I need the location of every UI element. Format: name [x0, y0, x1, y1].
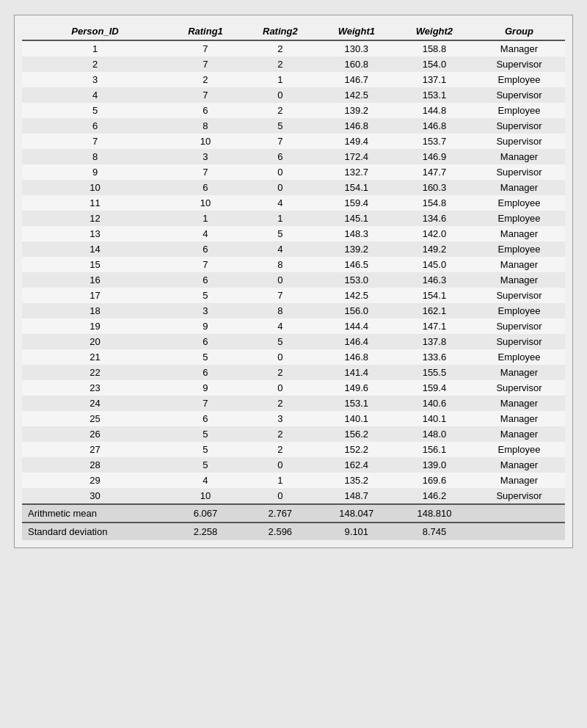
- table-cell: 2: [243, 365, 318, 380]
- table-cell: Manager: [473, 149, 565, 164]
- table-cell: 9: [168, 380, 243, 396]
- table-cell: 146.7: [318, 72, 395, 87]
- table-row: 321146.7137.1Employee: [22, 72, 565, 87]
- table-cell: 4: [168, 473, 243, 488]
- data-table: Person_IDRating1Rating2Weight1Weight2Gro…: [22, 23, 565, 540]
- table-cell: Supervisor: [473, 380, 565, 396]
- table-row: 2563140.1140.1Manager: [22, 411, 565, 426]
- table-cell: 8: [22, 149, 168, 164]
- table-cell: 4: [22, 87, 168, 103]
- footer-cell: 148.047: [318, 504, 395, 523]
- table-cell: 160.8: [318, 57, 395, 72]
- table-cell: 153.0: [318, 272, 395, 288]
- table-cell: Employee: [473, 241, 565, 257]
- footer-cell: 2.596: [243, 523, 318, 540]
- table-cell: Supervisor: [473, 87, 565, 103]
- table-cell: 6: [22, 118, 168, 134]
- table-cell: 2: [243, 57, 318, 72]
- table-cell: Employee: [473, 72, 565, 87]
- table-cell: Employee: [473, 103, 565, 118]
- table-cell: 154.8: [395, 195, 473, 211]
- column-header-person-id: Person_ID: [22, 23, 168, 40]
- table-cell: 6: [168, 334, 243, 349]
- table-row: 172130.3158.8Manager: [22, 40, 565, 57]
- table-cell: 137.1: [395, 72, 473, 87]
- table-cell: 137.8: [395, 334, 473, 349]
- table-cell: 3: [22, 72, 168, 87]
- table-cell: 6: [168, 241, 243, 257]
- table-cell: 146.3: [395, 272, 473, 288]
- table-cell: 4: [243, 195, 318, 211]
- table-cell: Employee: [473, 442, 565, 457]
- table-cell: 1: [243, 473, 318, 488]
- table-cell: 4: [243, 318, 318, 334]
- column-header-weight2: Weight2: [395, 23, 473, 40]
- column-header-rating2: Rating2: [243, 23, 318, 40]
- table-cell: 0: [243, 380, 318, 396]
- table-cell: 144.4: [318, 318, 395, 334]
- table-cell: 140.1: [395, 411, 473, 426]
- table-cell: 154.1: [318, 180, 395, 195]
- table-cell: 156.1: [395, 442, 473, 457]
- table-cell: 10: [168, 134, 243, 149]
- table-cell: 27: [22, 442, 168, 457]
- table-cell: 15: [22, 257, 168, 272]
- table-cell: 145.1: [318, 211, 395, 226]
- table-cell: Supervisor: [473, 57, 565, 72]
- table-cell: 9: [168, 318, 243, 334]
- table-cell: 2: [243, 442, 318, 457]
- table-cell: 0: [243, 180, 318, 195]
- table-row: 2941135.2169.6Manager: [22, 473, 565, 488]
- table-cell: 6: [243, 149, 318, 164]
- table-cell: 5: [168, 288, 243, 303]
- table-cell: Manager: [473, 40, 565, 57]
- table-cell: 172.4: [318, 149, 395, 164]
- table-row: 2472153.1140.6Manager: [22, 396, 565, 411]
- table-row: 1994144.4147.1Supervisor: [22, 318, 565, 334]
- table-cell: 145.0: [395, 257, 473, 272]
- table-cell: 2: [22, 57, 168, 72]
- table-cell: 7: [168, 396, 243, 411]
- table-cell: 12: [22, 211, 168, 226]
- table-cell: 5: [243, 118, 318, 134]
- table-cell: 156.0: [318, 303, 395, 318]
- table-cell: 135.2: [318, 473, 395, 488]
- table-cell: 26: [22, 426, 168, 442]
- table-cell: Manager: [473, 365, 565, 380]
- table-row: 1060154.1160.3Manager: [22, 180, 565, 195]
- table-cell: 8: [243, 303, 318, 318]
- footer-cell: [473, 523, 565, 540]
- table-cell: 159.4: [318, 195, 395, 211]
- column-header-group: Group: [473, 23, 565, 40]
- table-cell: 142.5: [318, 87, 395, 103]
- table-cell: 21: [22, 349, 168, 365]
- table-cell: 8: [168, 118, 243, 134]
- table-cell: 153.7: [395, 134, 473, 149]
- table-row: 1578146.5145.0Manager: [22, 257, 565, 272]
- table-cell: Supervisor: [473, 488, 565, 504]
- header-row: Person_IDRating1Rating2Weight1Weight2Gro…: [22, 23, 565, 40]
- table-cell: 148.7: [318, 488, 395, 504]
- table-cell: 5: [243, 226, 318, 241]
- table-cell: 144.8: [395, 103, 473, 118]
- table-cell: 9: [22, 164, 168, 180]
- footer-cell: [473, 504, 565, 523]
- table-cell: Manager: [473, 457, 565, 473]
- table-cell: Supervisor: [473, 164, 565, 180]
- table-row: 970132.7147.7Supervisor: [22, 164, 565, 180]
- table-cell: 18: [22, 303, 168, 318]
- table-cell: 4: [243, 241, 318, 257]
- footer-row: Standard deviation2.2582.5969.1018.745: [22, 523, 565, 540]
- table-cell: 7: [168, 57, 243, 72]
- table-cell: 7: [22, 134, 168, 149]
- table-cell: 154.1: [395, 288, 473, 303]
- table-cell: 0: [243, 457, 318, 473]
- table-cell: 1: [22, 40, 168, 57]
- table-cell: 154.0: [395, 57, 473, 72]
- table-cell: 25: [22, 411, 168, 426]
- table-cell: 152.2: [318, 442, 395, 457]
- table-cell: 140.1: [318, 411, 395, 426]
- table-cell: 6: [168, 365, 243, 380]
- table-cell: 14: [22, 241, 168, 257]
- table-cell: 148.3: [318, 226, 395, 241]
